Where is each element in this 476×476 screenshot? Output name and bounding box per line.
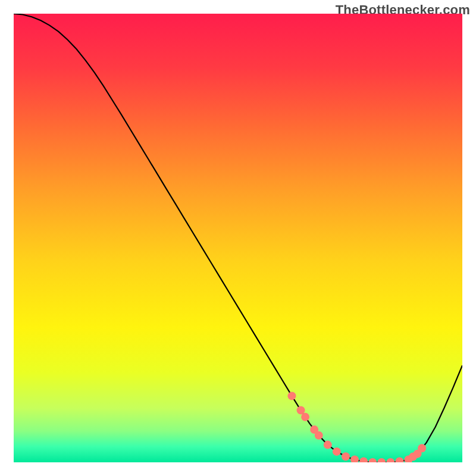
curve-marker [333,447,341,456]
plot-area [14,14,462,462]
curve-marker [287,392,296,400]
curve-marker [301,413,309,421]
curve-marker [418,444,426,452]
curve-marker [342,452,350,461]
curve-marker [315,431,323,440]
gradient-background [14,14,462,462]
chart-frame: TheBottlenecker.com [0,0,476,476]
curve-marker [324,441,332,449]
chart-svg [14,14,462,462]
